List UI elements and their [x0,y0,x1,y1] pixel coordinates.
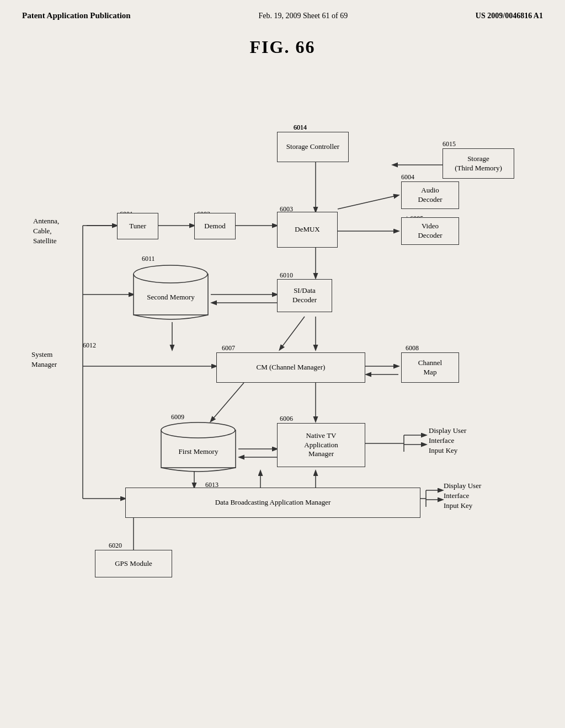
header: Patent Application Publication Feb. 19, … [22,11,543,20]
data-broadcast-box: Data Broadcasting Application Manager [125,488,420,518]
svg-line-11 [280,317,305,350]
ref-storage-third: 6015 [443,140,456,148]
ref-system-manager: 6012 [83,341,96,350]
antenna-label: Antenna,Cable,Satellite [33,216,88,247]
channel-map-box: ChannelMap [401,352,459,383]
system-manager-label: SystemManager [31,350,81,370]
ref-second-mem: 6011 [142,255,155,263]
gps-module-box: GPS Module [95,550,172,577]
svg-line-15 [211,383,244,421]
native-tv-box: Native TVApplicationManager [277,423,365,467]
page: Patent Application Publication Feb. 19, … [0,0,565,728]
demod-box: Demod [194,213,236,239]
storage-controller-box: Storage Controller [277,132,349,162]
ref-native-tv: 6006 [280,415,293,423]
ref-channel-map: 6008 [406,344,419,352]
ref-si-data: 6010 [280,271,293,280]
video-decoder-box: VideoDecoder [401,217,459,245]
ref-gps: 6020 [109,542,122,550]
svg-point-39 [161,422,235,438]
si-data-decoder-box: SI/DataDecoder [277,279,332,312]
demux-box: DeMUX [277,212,338,248]
second-memory-cylinder: Second Memory [131,264,211,325]
ref-audio: 6004 [401,173,414,181]
header-right: US 2009/0046816 A1 [476,12,543,20]
cm-box: CM (Channel Manager) [216,352,365,383]
ref-first-mem: 6009 [171,413,184,421]
diagram: 6014 Storage Controller 6014 6015 Storag… [23,68,542,675]
header-center: Feb. 19, 2009 Sheet 61 of 69 [258,12,348,20]
svg-point-37 [134,265,207,283]
header-left: Patent Application Publication [22,11,131,20]
display-ui-key2-label: Display UserInterfaceInput Key [444,481,529,511]
ref-sc: 6014 [294,124,307,132]
svg-line-3 [338,195,398,209]
display-ui-key1-label: Display UserInterfaceInput Key [429,426,514,456]
ref-cm: 6007 [222,344,235,352]
first-memory-cylinder: First Memory [158,421,238,477]
tuner-box: Tuner [117,213,158,239]
audio-decoder-box: AudioDecoder [401,181,459,209]
storage-third-box: Storage(Third Memory) [443,148,514,179]
figure-title: FIG. 66 [22,37,543,57]
